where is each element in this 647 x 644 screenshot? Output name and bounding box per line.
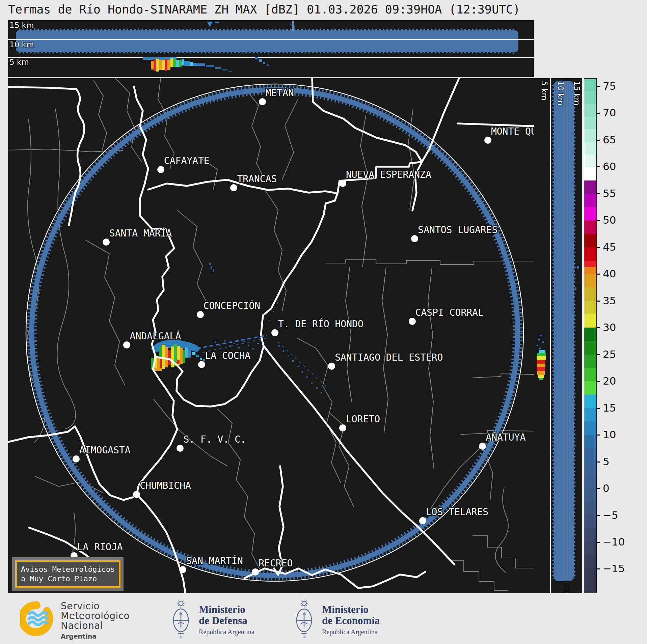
city-label: LOS TELARES <box>426 506 488 517</box>
tick-mark-icon <box>597 435 600 436</box>
ministry-line-1: Ministerio <box>322 604 380 615</box>
city-label: CHUMBICHA <box>140 480 191 491</box>
tick-mark-icon <box>597 166 600 167</box>
tick-mark-icon <box>597 274 600 275</box>
city-label: SANTIAGO DEL ESTERO <box>335 352 443 363</box>
tick-mark-icon <box>597 488 600 489</box>
city-dot <box>259 98 266 105</box>
city-label: AÑATUYA <box>486 432 525 443</box>
tick-mark-icon <box>597 140 600 141</box>
ministry-line-1: Ministerio <box>199 604 254 615</box>
city-label: T. DE RÍO HONDO <box>278 318 363 330</box>
tick-label: 25 <box>603 348 616 360</box>
tick-label: 10 <box>603 428 616 441</box>
echo-specks-ew <box>207 21 295 66</box>
city-label: SANTA MARÍA <box>109 228 172 239</box>
city-dot <box>339 424 346 431</box>
tick-label: 70 <box>603 107 616 119</box>
coat-of-arms-icon <box>291 598 317 640</box>
tick-mark-icon <box>597 193 600 194</box>
city-label: CONCEPCIÓN <box>204 300 261 311</box>
colorbar: 75 70 65 60 55 50 <box>584 78 597 593</box>
smn-line-4: Argentina <box>61 633 130 640</box>
tick-mark-icon <box>597 354 600 355</box>
tick-label: −15 <box>603 562 625 575</box>
city-label: SAN MARTÍN <box>186 555 243 566</box>
city-label: LA RIOJA <box>77 541 123 553</box>
tick-label: −10 <box>603 535 625 548</box>
city-dot <box>271 329 278 336</box>
city-dot <box>123 341 130 348</box>
ns-cross-section-panel: 5 km 10 km 15 km <box>534 78 582 593</box>
city-label: SANTOS LUGARES <box>418 224 497 235</box>
city-label: ANDALGALÁ <box>130 331 181 342</box>
tick-mark-icon <box>597 113 600 114</box>
city-label: TRANCAS <box>237 173 277 185</box>
ew-echo-graphics <box>8 20 534 77</box>
warning-line-2: a Muy Corto Plazo <box>21 574 115 584</box>
tick-mark-icon <box>597 542 600 543</box>
city-label: AIMOGASTA <box>79 445 131 456</box>
ministry-line-3: República Argentina <box>199 628 254 636</box>
city-dot <box>157 166 164 173</box>
city-dot <box>419 517 426 524</box>
city-label: S. F. V. C. <box>183 434 246 445</box>
city-dot <box>133 491 140 498</box>
tick-mark-icon <box>597 461 600 463</box>
city-label: CASPI CORRAL <box>415 307 484 318</box>
tick-label: 65 <box>603 133 616 145</box>
ministry-line-3: República Argentina <box>322 628 380 636</box>
tick-label: 55 <box>603 187 616 199</box>
city-label: CAFAYATE <box>164 155 210 166</box>
storm-echo-ew <box>143 57 232 72</box>
tick-mark-icon <box>597 568 600 569</box>
smn-line-1: Servicio <box>61 601 130 611</box>
city-dot <box>103 239 110 246</box>
tick-label: 60 <box>603 160 616 172</box>
tick-label: 20 <box>603 375 616 387</box>
tick-mark-icon <box>597 86 600 87</box>
tick-label: 40 <box>603 268 616 280</box>
smn-line-2: Meteorológico <box>61 611 130 621</box>
tick-label: −5 <box>603 509 618 521</box>
city-label: RECREO <box>259 558 293 569</box>
coat-of-arms-icon <box>168 598 194 640</box>
tick-label: 30 <box>603 321 616 333</box>
city-label: METÁN <box>266 87 294 99</box>
tick-label: 0 <box>603 482 610 494</box>
city-dot <box>177 445 184 452</box>
footer: Servicio Meteorológico Nacional Argentin… <box>0 593 647 644</box>
city-dot <box>73 455 80 463</box>
tick-mark-icon <box>597 381 600 382</box>
warning-box-inner: Avisos Meteorológicos a Muy Corto Plazo <box>15 560 120 588</box>
ministry-economia-text: Ministerio de Economía República Argenti… <box>322 604 380 636</box>
warning-box: Avisos Meteorológicos a Muy Corto Plazo <box>12 557 124 591</box>
tick-mark-icon <box>597 301 600 302</box>
city-dot <box>411 235 418 242</box>
smn-line-3: Nacional <box>61 621 130 631</box>
city-dot <box>479 443 486 450</box>
tick-label: 5 <box>603 455 610 467</box>
ministry-defensa-text: Ministerio de Defensa República Argentin… <box>199 604 254 636</box>
ns-echo-graphics <box>534 78 582 593</box>
city-label: MONTE QUEMADO <box>491 126 534 137</box>
smn-logo-icon <box>20 600 57 637</box>
city-dot <box>197 311 204 318</box>
map-panel: METÁN MONTE QUEMADO CAFAYATE TRANCAS NUE… <box>8 78 534 593</box>
city-label: LORETO <box>346 414 380 425</box>
tick-mark-icon <box>597 327 600 328</box>
ministry-line-2: de Defensa <box>199 615 254 626</box>
page-title: Termas de Río Hondo-SINARAME ZH MAX [dBZ… <box>8 3 520 16</box>
city-dot <box>179 566 186 573</box>
tick-label: 45 <box>603 241 616 253</box>
tick-label: 35 <box>603 294 616 306</box>
city-label: LA COCHA <box>205 350 250 361</box>
city-dot <box>484 137 491 144</box>
city-label: NUEVA ESPERANZA <box>346 169 431 180</box>
tick-label: 50 <box>603 214 616 226</box>
storm-echo-ns <box>537 266 579 380</box>
tick-mark-icon <box>597 515 600 516</box>
ew-cross-section-panel: 15 km 10 km 5 km <box>8 20 534 77</box>
ministry-line-2: de Economía <box>322 615 380 626</box>
city-dot <box>409 318 416 325</box>
